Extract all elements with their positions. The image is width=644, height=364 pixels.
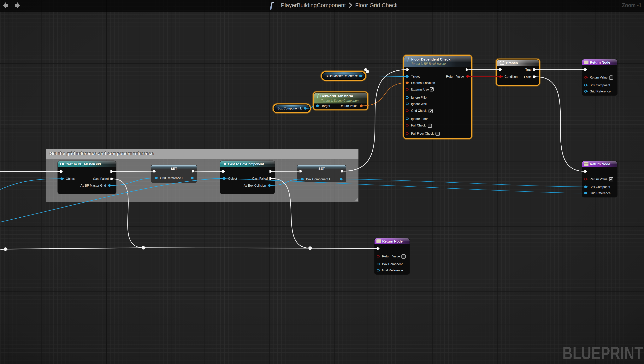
svg-text:Target is BP Build Master: Target is BP Build Master	[411, 62, 446, 65]
svg-text:Cast Failed: Cast Failed	[93, 177, 109, 180]
svg-text:As BP Master Grid: As BP Master Grid	[80, 184, 106, 187]
svg-text:Return Node: Return Node	[590, 60, 610, 64]
svg-text:Target: Target	[322, 104, 330, 108]
svg-text:As Box Collision: As Box Collision	[244, 184, 266, 187]
svg-text:Return Value: Return Value	[590, 178, 608, 181]
svg-text:True: True	[526, 68, 532, 71]
svg-text:PlayerBuildingComponent: PlayerBuildingComponent	[281, 2, 346, 8]
svg-text:Grid Check: Grid Check	[411, 109, 427, 112]
svg-text:Grid Reference: Grid Reference	[590, 192, 611, 195]
svg-text:Return Value: Return Value	[446, 75, 464, 78]
svg-text:Return Value: Return Value	[382, 255, 400, 258]
svg-text:BLUEPRINT: BLUEPRINT	[562, 343, 643, 363]
svg-text:Condition: Condition	[504, 75, 518, 78]
svg-text:Floor Grid Check: Floor Grid Check	[355, 2, 398, 8]
svg-text:Target is Scene Component: Target is Scene Component	[321, 99, 360, 102]
svg-text:Ignore Piller: Ignore Piller	[411, 96, 428, 99]
svg-text:Return Node: Return Node	[382, 240, 402, 243]
svg-text:Cast To BoxComponent: Cast To BoxComponent	[228, 162, 264, 166]
svg-text:Full Floor Check: Full Floor Check	[411, 132, 434, 135]
svg-text:Target: Target	[411, 75, 420, 78]
svg-text:Branch: Branch	[506, 61, 518, 65]
svg-text:Full Check: Full Check	[411, 124, 426, 127]
svg-text:Object: Object	[228, 177, 237, 180]
svg-text:SET: SET	[318, 167, 325, 170]
svg-text:Cast Failed: Cast Failed	[252, 177, 268, 180]
svg-text:Return Node: Return Node	[590, 162, 610, 166]
svg-text:Grid Reference L: Grid Reference L	[160, 176, 184, 180]
svg-text:Cast To BP_MasterGrid: Cast To BP_MasterGrid	[66, 162, 101, 166]
svg-text:ƒ: ƒ	[269, 0, 274, 11]
svg-text:SET: SET	[170, 167, 177, 170]
svg-text:Ignore Floor: Ignore Floor	[411, 117, 428, 120]
svg-text:GetWorldTransform: GetWorldTransform	[320, 94, 353, 98]
svg-text:Floor Dependent Check: Floor Dependent Check	[411, 58, 450, 61]
svg-text:ƒ: ƒ	[407, 56, 410, 62]
svg-text:False: False	[524, 75, 532, 78]
svg-text:Return Value: Return Value	[590, 76, 608, 79]
svg-text:Box Compoent: Box Compoent	[382, 262, 402, 266]
svg-text:Ignore Wall: Ignore Wall	[411, 102, 426, 106]
svg-text:Build Master Reference: Build Master Reference	[326, 74, 358, 78]
svg-text:External Use: External Use	[411, 88, 429, 91]
svg-text:Box Component L: Box Component L	[278, 107, 302, 110]
svg-text:Grid Reference: Grid Reference	[590, 90, 611, 93]
svg-text:Grid Reference: Grid Reference	[382, 269, 403, 272]
svg-text:Box Compoent: Box Compoent	[590, 84, 610, 87]
svg-text:ƒ: ƒ	[317, 93, 319, 99]
svg-text:Object: Object	[66, 177, 75, 180]
svg-text:Return Value: Return Value	[340, 104, 358, 108]
svg-text:Zoom -1: Zoom -1	[622, 2, 642, 8]
svg-text:Box Component L: Box Component L	[306, 178, 331, 181]
svg-text:External Location: External Location	[411, 81, 435, 84]
svg-text:Get the grid reference and com: Get the grid reference and component ref…	[50, 151, 154, 156]
svg-text:Box Compoent: Box Compoent	[590, 185, 610, 188]
